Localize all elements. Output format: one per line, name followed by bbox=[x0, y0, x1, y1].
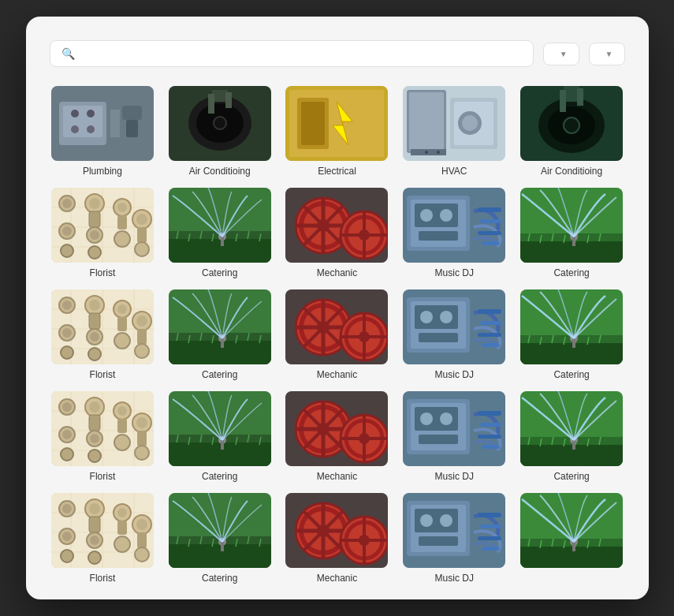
item-label: Music DJ bbox=[435, 573, 474, 584]
svg-rect-29 bbox=[411, 149, 446, 155]
svg-point-96 bbox=[420, 209, 433, 222]
thumbnail bbox=[51, 188, 154, 263]
svg-point-248 bbox=[420, 413, 433, 425]
svg-rect-100 bbox=[480, 219, 501, 223]
item-label: Catering bbox=[202, 471, 237, 482]
grid-item[interactable]: Catering bbox=[519, 188, 625, 278]
svg-rect-288 bbox=[117, 521, 127, 535]
svg-rect-36 bbox=[560, 90, 566, 112]
svg-rect-282 bbox=[89, 517, 100, 532]
svg-point-132 bbox=[90, 332, 99, 342]
grid-item[interactable]: Catering bbox=[166, 188, 273, 278]
svg-point-5 bbox=[71, 125, 79, 133]
grid-item[interactable]: Florist bbox=[50, 289, 156, 380]
grid-item[interactable]: Mechanic bbox=[284, 188, 390, 278]
svg-rect-174 bbox=[419, 333, 458, 342]
grid-item[interactable]: Plumbing bbox=[50, 86, 156, 177]
svg-point-284 bbox=[90, 536, 99, 545]
grid-item[interactable]: Mechanic bbox=[284, 493, 390, 584]
search-box[interactable]: 🔍 bbox=[50, 40, 534, 67]
svg-rect-329 bbox=[478, 536, 501, 540]
svg-rect-144 bbox=[169, 341, 271, 364]
svg-point-97 bbox=[440, 209, 452, 222]
svg-point-63 bbox=[136, 214, 147, 225]
grid-item[interactable]: Catering bbox=[166, 289, 273, 380]
svg-rect-306 bbox=[221, 542, 224, 551]
svg-point-126 bbox=[62, 328, 72, 338]
toolbar: 🔍 ▼ ▼ bbox=[50, 40, 625, 67]
grid-item[interactable]: Air Conditioing bbox=[519, 86, 625, 177]
grid-item[interactable]: Music DJ bbox=[401, 493, 508, 584]
svg-rect-14 bbox=[208, 94, 214, 114]
item-label: Florist bbox=[90, 267, 116, 278]
svg-point-61 bbox=[114, 231, 130, 247]
grid-item[interactable]: Catering bbox=[519, 391, 625, 482]
item-label: Music DJ bbox=[435, 267, 474, 278]
grid-item[interactable]: Music DJ bbox=[401, 289, 508, 380]
svg-point-6 bbox=[87, 125, 95, 133]
grid-item[interactable]: Florist bbox=[50, 493, 156, 584]
svg-point-325 bbox=[440, 514, 452, 527]
grid-item[interactable]: Electrical bbox=[284, 86, 390, 177]
svg-rect-130 bbox=[89, 313, 100, 329]
svg-rect-220 bbox=[169, 442, 271, 466]
item-label: Plumbing bbox=[83, 166, 122, 177]
svg-point-324 bbox=[420, 514, 433, 527]
thumbnail bbox=[403, 188, 505, 263]
svg-rect-257 bbox=[520, 445, 623, 466]
grid-item[interactable]: Music DJ bbox=[401, 188, 508, 278]
svg-rect-20 bbox=[301, 102, 325, 145]
thumbnail bbox=[285, 289, 388, 364]
svg-rect-266 bbox=[572, 440, 575, 450]
svg-point-213 bbox=[114, 435, 130, 450]
svg-rect-54 bbox=[89, 211, 100, 227]
svg-point-59 bbox=[117, 203, 127, 212]
svg-rect-175 bbox=[478, 309, 501, 314]
svg-rect-15 bbox=[225, 92, 232, 108]
svg-point-217 bbox=[135, 446, 149, 460]
svg-rect-296 bbox=[169, 544, 271, 568]
svg-point-289 bbox=[114, 536, 130, 552]
thumbnail bbox=[520, 289, 623, 364]
sub-category-dropdown[interactable]: ▼ bbox=[589, 43, 625, 65]
svg-point-129 bbox=[89, 300, 100, 311]
svg-point-285 bbox=[88, 551, 101, 564]
grid-item[interactable]: HVAC bbox=[401, 86, 508, 177]
grid-item[interactable]: Music DJ bbox=[401, 391, 508, 482]
search-input[interactable] bbox=[81, 48, 522, 60]
thumbnail bbox=[169, 188, 271, 263]
grid-item[interactable]: Florist bbox=[50, 188, 156, 278]
thumbnail bbox=[520, 391, 623, 466]
svg-point-209 bbox=[88, 450, 101, 462]
thumbnail bbox=[285, 493, 388, 568]
svg-rect-330 bbox=[482, 547, 499, 551]
item-label: Mechanic bbox=[317, 267, 357, 278]
svg-point-28 bbox=[462, 115, 478, 131]
svg-rect-250 bbox=[419, 435, 458, 444]
main-category-dropdown[interactable]: ▼ bbox=[543, 43, 579, 65]
svg-point-65 bbox=[135, 242, 149, 256]
grid-item[interactable]: Catering bbox=[166, 493, 273, 584]
grid-item[interactable]: Catering bbox=[166, 391, 273, 482]
grid-item[interactable]: Air Conditioing bbox=[166, 86, 273, 177]
app-container: 🔍 ▼ ▼ Plumbing bbox=[26, 17, 649, 599]
svg-rect-333 bbox=[520, 547, 623, 568]
svg-rect-64 bbox=[137, 227, 147, 243]
grid-item[interactable]: Mechanic bbox=[284, 289, 390, 380]
svg-rect-212 bbox=[117, 419, 127, 433]
svg-point-133 bbox=[88, 348, 101, 360]
item-label: Florist bbox=[90, 471, 116, 482]
grid-item[interactable] bbox=[519, 493, 625, 584]
item-label: Catering bbox=[553, 471, 589, 482]
thumbnail bbox=[169, 289, 271, 364]
grid-item[interactable]: Mechanic bbox=[284, 391, 390, 482]
grid-item[interactable]: Catering bbox=[519, 289, 625, 380]
svg-rect-176 bbox=[480, 321, 501, 325]
svg-rect-216 bbox=[137, 431, 147, 446]
thumbnail bbox=[51, 391, 154, 466]
svg-point-276 bbox=[62, 504, 72, 513]
thumbnail bbox=[169, 86, 271, 161]
item-label: Catering bbox=[553, 369, 589, 380]
chevron-down-icon: ▼ bbox=[605, 50, 613, 58]
grid-item[interactable]: Florist bbox=[50, 391, 156, 482]
